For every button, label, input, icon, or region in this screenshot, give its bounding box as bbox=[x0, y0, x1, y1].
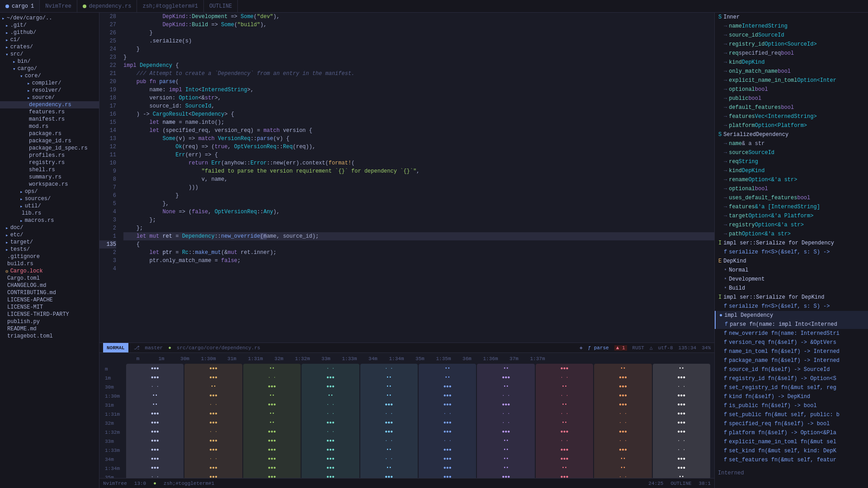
tree-item-cargo[interactable]: ▾ cargo/ bbox=[0, 65, 99, 72]
tree-item-dependency-rs[interactable]: dependency.rs bbox=[0, 101, 99, 108]
tree-root[interactable]: ▸ ~/dev/cargo/.. bbox=[0, 14, 99, 22]
outline-item-req[interactable]: → req specified_req bool bbox=[715, 49, 868, 58]
tree-item-macros[interactable]: ▸ macros.rs bbox=[0, 217, 99, 224]
tree-item-package[interactable]: package.rs bbox=[0, 130, 99, 137]
outline-item-name[interactable]: → name InternedString bbox=[715, 22, 868, 31]
tab-cargo[interactable]: cargo 1 bbox=[0, 0, 40, 12]
tree-item-license-third[interactable]: LICENSE-THIRD-PARTY bbox=[0, 311, 99, 318]
tree-item-ops[interactable]: ▸ ops/ bbox=[0, 188, 99, 195]
outline-item-kind[interactable]: → kind DepKind bbox=[715, 58, 868, 67]
tree-item-workspace[interactable]: workspace.rs bbox=[0, 181, 99, 188]
tree-item-shell[interactable]: shell.rs bbox=[0, 166, 99, 174]
outline-item-source-id[interactable]: → source_id SourceId bbox=[715, 31, 868, 40]
outline-item-explicit-name-toml[interactable]: f explicit_name_in_toml fn(&mut sel bbox=[715, 437, 868, 446]
outline-item-inner[interactable]: S Inner bbox=[715, 13, 868, 22]
outline-item-explicit-name[interactable]: → explicit_name_in_toml Option<Inter bbox=[715, 76, 868, 85]
outline-item-features[interactable]: → features Vec<InternedString> bbox=[715, 112, 868, 121]
outline-item-parse-fn[interactable]: f parse fn(name: impl Into<Interned bbox=[715, 320, 868, 329]
outline-item-impl-serialize-depkind[interactable]: I impl ser::Serialize for DepKind bbox=[715, 293, 868, 302]
outline-item-s-target[interactable]: → target Option<&'a Platform> bbox=[715, 211, 868, 221]
tree-item-git[interactable]: ▸ .git/ bbox=[0, 22, 99, 29]
terminal-main[interactable]: m 1m 30m 1:30m 31m 1:31m 32m 1:32m 33m 1… bbox=[99, 353, 714, 478]
outline-item-public[interactable]: → public bool bbox=[715, 94, 868, 103]
tree-item-resolver[interactable]: ▸ resolver/ bbox=[0, 87, 99, 94]
tree-item-mod[interactable]: mod.rs bbox=[0, 123, 99, 130]
tree-item-profiles[interactable]: profiles.rs bbox=[0, 152, 99, 159]
tree-item-util[interactable]: ▸ util/ bbox=[0, 202, 99, 210]
tree-item-manifest[interactable]: manifest.rs bbox=[0, 116, 99, 123]
tree-item-readme[interactable]: README.md bbox=[0, 325, 99, 333]
outline-item-build[interactable]: • Build bbox=[715, 284, 868, 293]
tree-item-target[interactable]: ▸ target/ bbox=[0, 239, 99, 246]
tree-item-source[interactable]: ▸ source/ bbox=[0, 94, 99, 101]
outline-item-registry-id-fn[interactable]: f registry_id fn(&self) -> Option<S bbox=[715, 374, 868, 383]
tree-item-package-id[interactable]: package_id.rs bbox=[0, 137, 99, 145]
tree-item-github[interactable]: ▸ .github/ bbox=[0, 29, 99, 36]
outline-item-s-name[interactable]: → name & a str bbox=[715, 139, 868, 148]
outline-item-package-name[interactable]: f package_name fn(&self) -> Interned bbox=[715, 356, 868, 365]
tree-item-contributing[interactable]: CONTRIBUTING.md bbox=[0, 289, 99, 296]
outline-item-s-features[interactable]: → features &'a [InternedString] bbox=[715, 202, 868, 211]
outline-item-depkind[interactable]: E DepKind bbox=[715, 257, 868, 266]
tree-item-core[interactable]: ▾ core/ bbox=[0, 72, 99, 80]
outline-item-s-uses-default[interactable]: → uses_default_features bool bbox=[715, 193, 868, 202]
outline-item-kind-fn[interactable]: f kind fn(&self) -> DepKind bbox=[715, 392, 868, 401]
tree-item-registry[interactable]: registry.rs bbox=[0, 159, 99, 166]
outline-item-s-req[interactable]: → req String bbox=[715, 157, 868, 166]
outline-item-development[interactable]: • Development bbox=[715, 275, 868, 284]
tab-nvimtree[interactable]: NvimTree bbox=[40, 0, 77, 12]
tree-item-changelog[interactable]: CHANGELOG.md bbox=[0, 282, 99, 289]
outline-item-s-kind[interactable]: → kind DepKind bbox=[715, 166, 868, 175]
outline-item-serialize-fn[interactable]: f serialize fn<S>(&self, s: S) -> bbox=[715, 248, 868, 257]
outline-item-name-in-toml[interactable]: f name_in_toml fn(&self) -> Interned bbox=[715, 347, 868, 356]
outline-item-s-source[interactable]: → source SourceId bbox=[715, 148, 868, 157]
tree-item-doc[interactable]: ▸ doc/ bbox=[0, 224, 99, 231]
tree-item-cargolock[interactable]: ⊙ Cargo.lock bbox=[0, 267, 99, 275]
code-lines[interactable]: DepKind::Development => Some("dev"), Dep… bbox=[120, 13, 714, 343]
tree-item-bin[interactable]: ▸ bin/ bbox=[0, 58, 99, 65]
tree-item-license-mit[interactable]: LICENSE-MIT bbox=[0, 304, 99, 311]
tree-item-compiler[interactable]: ▸ compiler/ bbox=[0, 80, 99, 87]
outline-item-s-path[interactable]: → path Option<&'a str> bbox=[715, 230, 868, 239]
outline-item-set-kind[interactable]: f set_kind fn(&mut self, kind: DepK bbox=[715, 446, 868, 455]
outline-item-serialized-dep[interactable]: S SerializedDependency bbox=[715, 130, 868, 139]
tree-item-etc[interactable]: ▸ etc/ bbox=[0, 231, 99, 239]
tree-item-sources[interactable]: ▸ sources/ bbox=[0, 195, 99, 202]
tab-outline[interactable]: OUTLINE bbox=[204, 0, 238, 12]
tab-dependency[interactable]: dependency.rs bbox=[77, 0, 137, 12]
outline-item-only-match-name[interactable]: → only_match_name bool bbox=[715, 67, 868, 76]
tree-item-ci[interactable]: ▸ ci/ bbox=[0, 36, 99, 43]
outline-item-s-optional[interactable]: → optional bool bbox=[715, 184, 868, 193]
outline-item-optional[interactable]: → optional bool bbox=[715, 85, 868, 94]
outline-item-dk-serialize[interactable]: f serialize fn<S>(&self, s: S) -> bbox=[715, 302, 868, 311]
outline-item-version-req[interactable]: f version_req fn(&self) -> &OptVers bbox=[715, 338, 868, 347]
outline-item-new-override[interactable]: f new_override fn(name: InternedStri bbox=[715, 329, 868, 338]
tree-item-crates[interactable]: ▸ crates/ bbox=[0, 43, 99, 51]
outline-item-set-features[interactable]: f set_features fn(&mut self, featur bbox=[715, 455, 868, 465]
tree-item-publishpy[interactable]: publish.py bbox=[0, 318, 99, 325]
tree-item-summary[interactable]: summary.rs bbox=[0, 174, 99, 181]
outline-item-impl-dependency[interactable]: ● impl Dependency bbox=[715, 311, 868, 320]
outline-item-source-id-fn[interactable]: f source_id fn(&self) -> SourceId bbox=[715, 365, 868, 374]
outline-item-platform[interactable]: → platform Option<Platform> bbox=[715, 121, 868, 130]
tree-item-package-id-spec[interactable]: package_id_spec.rs bbox=[0, 145, 99, 152]
tree-item-license-apache[interactable]: LICENSE-APACHE bbox=[0, 296, 99, 304]
outline-item-is-public[interactable]: f is_public fn(&self) -> bool bbox=[715, 401, 868, 410]
outline-item-s-rename[interactable]: → rename Option<&'a str> bbox=[715, 175, 868, 184]
tree-item-buildrs[interactable]: build.rs bbox=[0, 260, 99, 267]
outline-item-default-features[interactable]: → default_features bool bbox=[715, 103, 868, 112]
tree-item-tests[interactable]: ▸ tests/ bbox=[0, 246, 99, 253]
tree-item-gitignore[interactable]: .gitignore bbox=[0, 253, 99, 260]
outline-item-set-public[interactable]: f set_public fn(&mut self, public: b bbox=[715, 410, 868, 419]
tab-toggleterm[interactable]: zsh;#toggleterm#1 bbox=[137, 0, 203, 12]
outline-item-impl-serialize-dep[interactable]: I impl ser::Serialize for Dependency bbox=[715, 239, 868, 248]
tree-item-features[interactable]: features.rs bbox=[0, 108, 99, 116]
outline-item-set-registry-id[interactable]: f set_registry_id fn(&mut self, reg bbox=[715, 383, 868, 392]
outline-item-specified-req[interactable]: f specified_req fn(&self) -> bool bbox=[715, 419, 868, 428]
file-tree[interactable]: ▸ ~/dev/cargo/.. ▸ .git/ ▸ .github/ ▸ ci… bbox=[0, 13, 99, 488]
tree-item-src[interactable]: ▾ src/ bbox=[0, 51, 99, 58]
outline-item-s-registry[interactable]: → registry Option<&'a str> bbox=[715, 221, 868, 230]
tree-item-triagebot[interactable]: triagebot.toml bbox=[0, 333, 99, 340]
tree-item-lib[interactable]: lib.rs bbox=[0, 210, 99, 217]
tree-item-cargotoml[interactable]: Cargo.toml bbox=[0, 275, 99, 282]
